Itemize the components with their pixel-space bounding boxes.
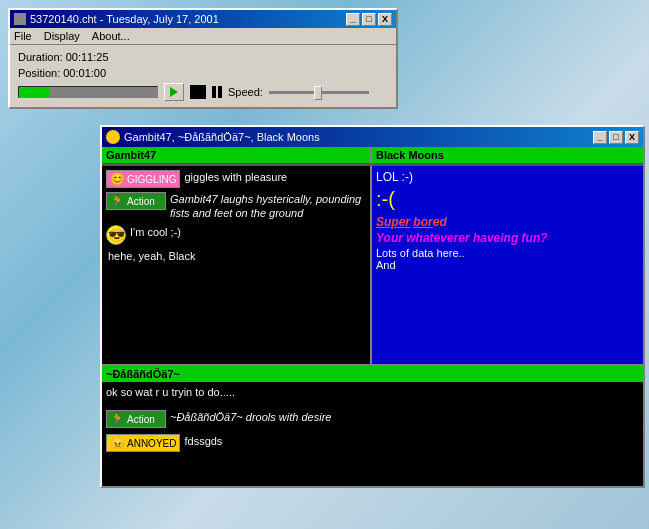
chat-app-icon: [106, 130, 120, 144]
cool-emoji: 😎: [106, 225, 126, 245]
chat-msg-giggling: 😊 GIGGLING giggles with pleasure: [106, 170, 366, 188]
speed-label: Speed:: [228, 86, 263, 98]
right-frown: :-(: [376, 188, 639, 211]
annoyed-text: fdssgds: [184, 434, 222, 448]
chat-msg-cool: 😎 I'm cool ;-): [106, 225, 366, 245]
speed-thumb[interactable]: [314, 86, 322, 100]
action-text-2: ~ÐåßãñdÖä7~ drools with desire: [170, 410, 331, 424]
media-progress-bar[interactable]: [18, 86, 158, 98]
running-icon-2: 🏃: [110, 412, 125, 426]
chat-right-header: Black Moons: [372, 147, 643, 164]
right-question: Your whateverer haveing fun?: [376, 231, 639, 245]
media-pause-button[interactable]: [212, 86, 222, 98]
chat-close-button[interactable]: X: [625, 131, 639, 144]
chat-window: Gambit47, ~ÐåßãñdÖä7~, Black Moons _ □ X…: [100, 125, 645, 488]
media-titlebar-left: 53720140.cht - Tuesday, July 17, 2001: [14, 13, 219, 25]
running-icon-1: 🏃: [110, 194, 125, 208]
action-label-2: Action: [127, 414, 155, 425]
chat-titlebar: Gambit47, ~ÐåßãñdÖä7~, Black Moons _ □ X: [102, 127, 643, 147]
media-about-menu[interactable]: About...: [92, 30, 130, 42]
media-minimize-button[interactable]: _: [346, 13, 360, 26]
media-duration-row: Duration: 00:11:25: [18, 51, 388, 63]
right-and: And: [376, 259, 639, 271]
media-position-label: Position:: [18, 67, 63, 79]
media-duration-label: Duration:: [18, 51, 66, 63]
chat-panels: 😊 GIGGLING giggles with pleasure 🏃 Actio…: [102, 166, 643, 366]
speed-slider[interactable]: [269, 86, 369, 98]
media-app-icon: [14, 13, 26, 25]
media-duration-value: 00:11:25: [66, 51, 109, 63]
chat-bottom-section: ~ÐåßãñdÖä7~ ok so wat r u tryin to do...…: [102, 366, 643, 486]
chat-titlebar-left: Gambit47, ~ÐåßãñdÖä7~, Black Moons: [106, 130, 320, 144]
media-title: 53720140.cht - Tuesday, July 17, 2001: [30, 13, 219, 25]
speed-track: [269, 91, 369, 94]
plain-text-1: hehe, yeah, Black: [108, 250, 195, 262]
chat-name-headers: Gambit47 Black Moons: [102, 147, 643, 166]
annoyed-label: ANNOYED: [127, 438, 176, 449]
chat-right-panel: LOL :-) :-( Super bored Your whateverer …: [372, 166, 643, 364]
media-menu: File Display About...: [10, 28, 396, 45]
media-player-window: 53720140.cht - Tuesday, July 17, 2001 _ …: [8, 8, 398, 109]
chat-restore-button[interactable]: □: [609, 131, 623, 144]
right-lots: Lots of data here..: [376, 247, 639, 259]
giggling-text: giggles with pleasure: [184, 170, 287, 184]
action-badge-2: 🏃 Action: [106, 410, 166, 428]
pause-bar-left: [212, 86, 216, 98]
chat-left-panel: 😊 GIGGLING giggles with pleasure 🏃 Actio…: [102, 166, 372, 364]
pause-bar-right: [218, 86, 222, 98]
media-play-button[interactable]: [164, 83, 184, 101]
chat-msg-annoyed: 😠 ANNOYED fdssgds: [106, 434, 639, 452]
media-progress-fill: [19, 87, 49, 97]
chat-minimize-button[interactable]: _: [593, 131, 607, 144]
action-badge-1: 🏃 Action: [106, 192, 166, 210]
chat-titlebar-buttons: _ □ X: [593, 131, 639, 144]
chat-input-area[interactable]: ok so wat r u tryin to do.....: [102, 382, 643, 406]
chat-messages-bottom: 🏃 Action ~ÐåßãñdÖä7~ drools with desire …: [102, 406, 643, 486]
giggling-label: GIGGLING: [127, 174, 176, 185]
chat-msg-plain: hehe, yeah, Black: [106, 249, 366, 263]
media-stop-button[interactable]: [190, 85, 206, 99]
media-position-value: 00:01:00: [63, 67, 106, 79]
media-titlebar-buttons: _ □ X: [346, 13, 392, 26]
right-super-label: Super: [376, 215, 410, 229]
chat-title: Gambit47, ~ÐåßãñdÖä7~, Black Moons: [124, 131, 320, 143]
media-display-menu[interactable]: Display: [44, 30, 80, 42]
right-bored-label2: ed: [433, 215, 447, 229]
right-lol: LOL :-): [376, 170, 639, 184]
action-label-1: Action: [127, 196, 155, 207]
media-restore-button[interactable]: □: [362, 13, 376, 26]
right-bored-label: bor: [413, 215, 432, 229]
media-titlebar: 53720140.cht - Tuesday, July 17, 2001 _ …: [10, 10, 396, 28]
chat-bottom-header: ~ÐåßãñdÖä7~: [102, 366, 643, 382]
media-file-menu[interactable]: File: [14, 30, 32, 42]
annoyed-icon: 😠: [110, 436, 125, 450]
chat-left-header: Gambit47: [102, 147, 372, 164]
media-controls: Speed:: [18, 83, 388, 101]
cool-text: I'm cool ;-): [130, 225, 181, 239]
media-position-row: Position: 00:01:00: [18, 67, 388, 79]
action-text-1: Gambit47 laughs hysterically, pounding f…: [170, 192, 366, 221]
giggling-badge: 😊 GIGGLING: [106, 170, 180, 188]
play-icon: [170, 87, 178, 97]
media-content: Duration: 00:11:25 Position: 00:01:00 Sp…: [10, 45, 396, 107]
right-super-row: Super bored: [376, 215, 639, 229]
chat-msg-action2: 🏃 Action ~ÐåßãñdÖä7~ drools with desire: [106, 410, 639, 428]
media-close-button[interactable]: X: [378, 13, 392, 26]
annoyed-badge: 😠 ANNOYED: [106, 434, 180, 452]
smiley-icon: 😊: [110, 172, 125, 186]
chat-msg-action1: 🏃 Action Gambit47 laughs hysterically, p…: [106, 192, 366, 221]
